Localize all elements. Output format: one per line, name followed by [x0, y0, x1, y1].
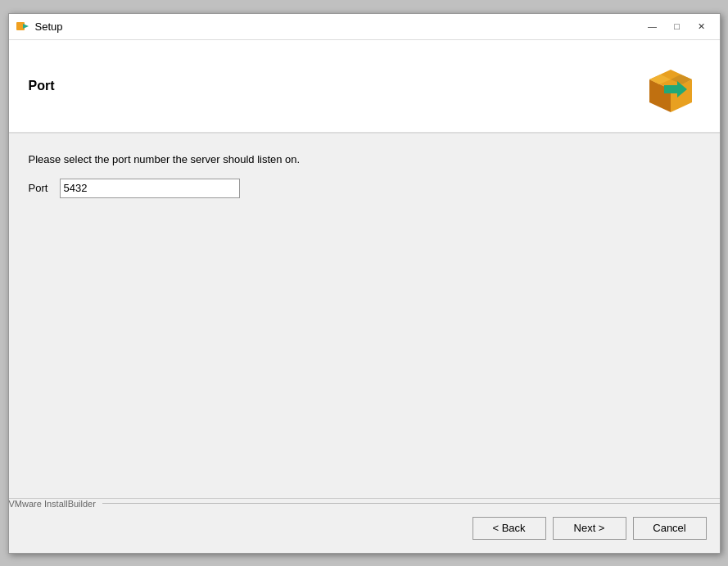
port-label: Port: [29, 182, 53, 194]
package-icon: [641, 57, 700, 115]
setup-window: Setup — □ ✕ Port Please select the: [8, 13, 721, 554]
header-section: Port: [9, 40, 720, 134]
footer-brand-line: VMware InstallBuilder: [9, 499, 720, 509]
footer: VMware InstallBuilder < Back Next > Canc…: [9, 498, 720, 553]
window-title: Setup: [35, 20, 641, 33]
window-controls: — □ ✕: [641, 18, 713, 34]
maximize-button[interactable]: □: [666, 18, 689, 34]
footer-buttons: < Back Next > Cancel: [9, 509, 720, 553]
title-bar: Setup — □ ✕: [9, 14, 720, 40]
titlebar-icon: [16, 19, 30, 34]
main-content: Please select the port number the server…: [9, 134, 720, 498]
back-button[interactable]: < Back: [473, 517, 546, 540]
minimize-button[interactable]: —: [641, 18, 664, 34]
svg-marker-1: [23, 24, 29, 29]
brand-text: VMware InstallBuilder: [9, 499, 102, 509]
port-row: Port: [29, 179, 700, 198]
next-button[interactable]: Next >: [553, 517, 626, 540]
description-text: Please select the port number the server…: [29, 153, 700, 165]
page-title: Port: [29, 79, 55, 93]
close-button[interactable]: ✕: [690, 18, 713, 34]
header-icon: [641, 57, 700, 115]
cancel-button[interactable]: Cancel: [633, 517, 707, 540]
port-input[interactable]: [60, 179, 240, 198]
